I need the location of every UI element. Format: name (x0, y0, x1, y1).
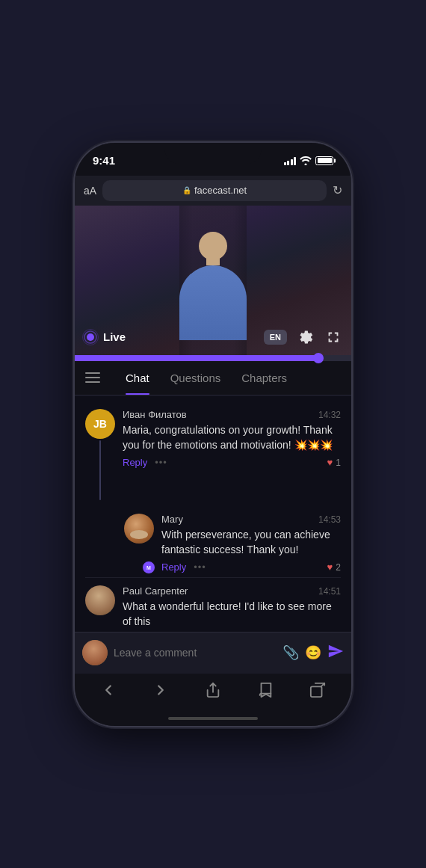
avatar-paul (85, 585, 115, 615)
signal-icon (284, 156, 297, 165)
like-count: 1 (336, 458, 341, 468)
browser-bar: aA 🔒 facecast.net ↻ (75, 176, 351, 206)
comment-author: Иван Филатов (123, 409, 187, 420)
video-controls: Live EN (82, 327, 344, 348)
menu-icon[interactable] (85, 366, 109, 390)
more-button[interactable]: ••• (155, 457, 167, 468)
comment-author-paul: Paul Carpenter (123, 585, 188, 597)
comment-content-paul: Paul Carpenter 14:51 What a wonderful le… (123, 585, 341, 631)
more-button-mary[interactable]: ••• (194, 561, 206, 573)
tab-chat[interactable]: Chat (115, 360, 160, 395)
comments-section: JB Иван Филатов 14:32 Maria, congratulat… (75, 395, 351, 632)
comment-input[interactable] (114, 647, 277, 659)
home-indicator-bar (168, 717, 258, 720)
fullscreen-button[interactable] (323, 327, 344, 348)
home-indicator (75, 711, 351, 726)
tabs-button[interactable] (303, 676, 332, 708)
comment-header-paul: Paul Carpenter 14:51 (123, 585, 341, 597)
comment-content-mary: Mary 14:53 With perseverance, you can ac… (161, 514, 341, 573)
progress-thumb (313, 353, 324, 363)
attachment-icon[interactable]: 📎 (283, 644, 299, 661)
tabs-bar: Chat Questions Chapters (75, 361, 351, 395)
like-button[interactable]: ♥ 1 (327, 457, 341, 468)
video-player[interactable]: Live EN (75, 206, 351, 355)
comment-time-paul: 14:51 (318, 586, 341, 597)
bottom-nav (75, 674, 351, 711)
like-button-mary[interactable]: ♥ 2 (327, 561, 341, 573)
language-button[interactable]: EN (264, 330, 287, 345)
thread-line (99, 440, 101, 500)
comment-author-mary: Mary (161, 514, 183, 525)
heart-icon-mary: ♥ (327, 561, 333, 573)
reload-button[interactable]: ↻ (333, 183, 342, 197)
reply-button-mary[interactable]: Reply (161, 561, 186, 573)
comment-text: Maria, congratulations on your growth! T… (123, 422, 341, 453)
svg-point-0 (87, 333, 94, 341)
reply-button[interactable]: Reply (123, 457, 147, 468)
comment-time-mary: 14:53 (318, 514, 341, 525)
send-button[interactable] (327, 643, 344, 663)
browser-aa-button[interactable]: aA (84, 185, 96, 197)
input-icons: 📎 😊 (283, 643, 344, 663)
browser-url-bar[interactable]: 🔒 facecast.net (102, 180, 327, 201)
comment-header-mary: Mary 14:53 (161, 514, 341, 525)
comment-text-paul: What a wonderful lecture! I'd like to se… (123, 599, 341, 630)
video-controls-right: EN (264, 327, 344, 348)
tab-chapters[interactable]: Chapters (231, 360, 297, 395)
settings-button[interactable] (294, 327, 315, 348)
comment-content-ivan: Иван Филатов 14:32 Maria, congratulation… (123, 409, 341, 502)
status-time: 9:41 (93, 154, 115, 167)
lock-icon: 🔒 (182, 186, 191, 194)
wifi-icon (300, 156, 312, 165)
live-indicator: Live (82, 329, 126, 345)
browser-url: facecast.net (194, 185, 247, 196)
input-avatar (82, 640, 108, 665)
bookmarks-button[interactable] (251, 676, 280, 708)
phone-frame: 9:41 aA 🔒 facecast.net ↻ (75, 143, 351, 726)
comment-actions-mary: Reply ••• ♥ 2 (161, 561, 341, 573)
input-bar: 📎 😊 (75, 632, 351, 674)
comment-actions: Reply ••• ♥ 1 (123, 457, 341, 468)
avatar-small-m: M (142, 561, 155, 574)
emoji-icon[interactable]: 😊 (305, 644, 321, 661)
comment-left-actions-mary: Reply ••• (161, 561, 206, 573)
comment-block: JB Иван Филатов 14:32 Maria, congratulat… (75, 401, 351, 509)
like-count-mary: 2 (336, 562, 341, 573)
forward-button[interactable] (146, 676, 175, 708)
svg-rect-4 (311, 686, 322, 697)
heart-icon: ♥ (327, 457, 333, 468)
phone-notch (164, 143, 262, 164)
status-icons (284, 156, 334, 165)
comment-block-paul: Paul Carpenter 14:51 What a wonderful le… (75, 578, 351, 631)
comment-text-mary: With perseverance, you can achieve fanta… (161, 527, 341, 558)
comment-time: 14:32 (318, 410, 341, 420)
battery-icon (315, 156, 333, 165)
live-label: Live (103, 330, 126, 343)
reply-block-mary: M Mary 14:53 With perseverance, you can … (75, 509, 351, 578)
back-button[interactable] (94, 676, 123, 708)
comment-header: Иван Филатов 14:32 (123, 409, 341, 420)
comment-left-actions: Reply ••• (123, 457, 167, 468)
live-dot-icon (82, 329, 99, 345)
share-button[interactable] (199, 676, 227, 708)
tab-questions[interactable]: Questions (160, 360, 232, 395)
avatar-ivan: JB (85, 409, 115, 439)
avatar-mary: M (124, 514, 154, 573)
